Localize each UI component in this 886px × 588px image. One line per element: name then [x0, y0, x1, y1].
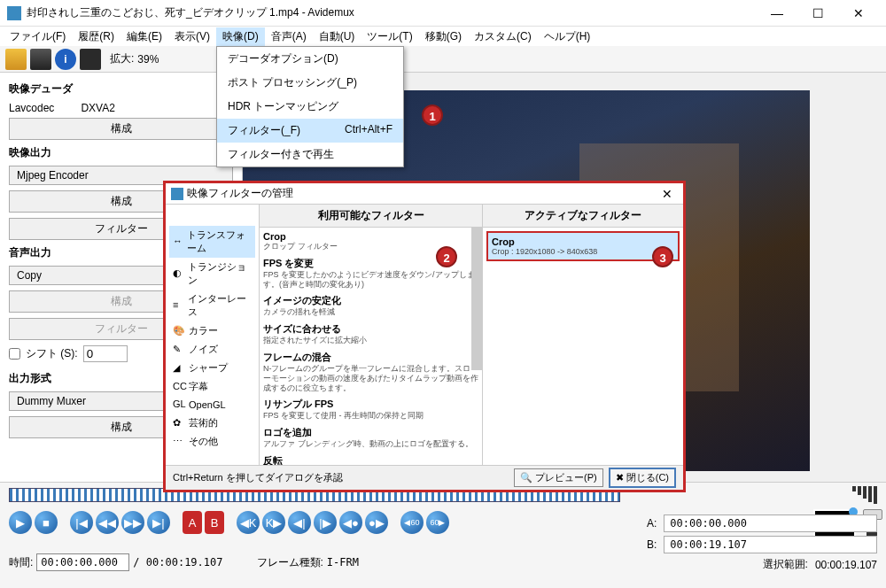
- dropdown-item-1[interactable]: ポスト プロセッシング(_P): [217, 71, 403, 95]
- menu-2[interactable]: 編集(E): [120, 27, 168, 46]
- filter-active-column: アクティブなフィルター Crop Crop : 1920x1080 -> 840…: [483, 205, 683, 465]
- filter-cat-6[interactable]: CC字幕: [169, 377, 255, 396]
- prev-cut-button[interactable]: ◀|: [288, 511, 311, 534]
- next-cut-button[interactable]: |▶: [314, 511, 337, 534]
- play-button[interactable]: ▶: [9, 511, 32, 534]
- dropdown-item-4[interactable]: フィルター付きで再生: [217, 143, 403, 166]
- callout-3: 3: [652, 246, 673, 267]
- filter-cat-4[interactable]: ✎ノイズ: [169, 340, 255, 359]
- shift-label: シフト (S):: [26, 346, 78, 361]
- time-input[interactable]: [36, 553, 129, 571]
- filter-cat-1[interactable]: ◐トランジション: [169, 258, 255, 290]
- shift-input[interactable]: [83, 345, 128, 362]
- cat-icon: ↔: [173, 236, 183, 248]
- decoder-hw: DXVA2: [81, 102, 114, 114]
- goto-end-button[interactable]: ▶|: [147, 511, 170, 534]
- menu-5[interactable]: 音声(A): [265, 27, 313, 46]
- decoder-codec: Lavcodec: [9, 102, 54, 114]
- zoom-value: 39%: [137, 53, 159, 66]
- mark-b-button[interactable]: B: [205, 511, 224, 534]
- filter-manager-dialog: 映像フィルターの管理 ✕ ↔トランスフォーム◐トランジション≡インターレース🎨カ…: [163, 181, 686, 492]
- menu-7[interactable]: ツール(T): [361, 27, 418, 46]
- cat-icon: ✿: [173, 417, 185, 429]
- cat-icon: GL: [173, 398, 185, 411]
- close-button[interactable]: ✕: [838, 0, 879, 27]
- next-frame-button[interactable]: ▶▶: [121, 511, 144, 534]
- time-label: 時間:: [9, 555, 33, 570]
- menu-10[interactable]: ヘルプ(H): [538, 27, 597, 46]
- info-icon[interactable]: i: [55, 49, 76, 70]
- filter-preview-button[interactable]: 🔍 プレビュー(P): [514, 468, 603, 487]
- save-icon[interactable]: [30, 49, 51, 70]
- frame-type-label: フレーム種類:: [257, 555, 323, 570]
- cat-icon: 🎨: [173, 325, 185, 337]
- next-black-button[interactable]: ●▶: [365, 511, 388, 534]
- avail-filter-5[interactable]: リサンプル FPSFPS を変更して使用 - 再生時間の保持と同期: [263, 398, 478, 421]
- b-value: 00:00:19.107: [664, 536, 877, 553]
- cat-icon: ✎: [173, 344, 185, 356]
- open-icon[interactable]: [5, 49, 27, 70]
- avail-filter-2[interactable]: イメージの安定化カメラの揺れを軽減: [263, 294, 478, 317]
- avail-filter-7[interactable]: 反転イメージを上下/左右に反転: [263, 454, 478, 465]
- video-out-title: 映像出力: [9, 145, 233, 160]
- filter-dialog-title: 映像フィルターの管理: [187, 186, 293, 201]
- dropdown-item-2[interactable]: HDR トーンマッピング: [217, 95, 403, 119]
- prev-black-button[interactable]: ◀●: [339, 511, 362, 534]
- decoder-info: Lavcodec DXVA2: [9, 102, 233, 114]
- video-menu-dropdown: デコーダオプション(D)ポスト プロセッシング(_P)HDR トーンマッピングフ…: [216, 46, 404, 167]
- goto-start-button[interactable]: |◀: [70, 511, 93, 534]
- filter-close-button[interactable]: ✖ 閉じる(C): [609, 468, 676, 488]
- volume-meter: [656, 486, 877, 504]
- calculator-icon[interactable]: [80, 49, 101, 70]
- filter-cat-3[interactable]: 🎨カラー: [169, 321, 255, 340]
- decoder-title: 映像デューダ: [9, 81, 233, 97]
- active-filter-item[interactable]: Crop Crop : 1920x1080 -> 840x638: [486, 231, 680, 261]
- back-60s-button[interactable]: ◀60: [400, 511, 424, 534]
- shift-checkbox[interactable]: [9, 348, 20, 360]
- filter-cat-0[interactable]: ↔トランスフォーム: [169, 226, 255, 258]
- active-filter-title: Crop: [492, 236, 674, 247]
- menu-6[interactable]: 自動(U): [313, 27, 361, 46]
- frame-type-value: I-FRM: [327, 556, 359, 569]
- maximize-button[interactable]: ☐: [797, 0, 838, 27]
- prev-keyframe-button[interactable]: ◀K: [237, 511, 260, 534]
- sel-label: 選択範囲:: [763, 557, 808, 572]
- prev-frame-button[interactable]: ◀◀: [96, 511, 119, 534]
- a-value: 00:00:00.000: [664, 514, 877, 532]
- cat-icon: ≡: [173, 299, 184, 312]
- stop-button[interactable]: ■: [35, 511, 58, 534]
- filter-dialog-titlebar: 映像フィルターの管理 ✕: [166, 183, 683, 205]
- filter-cat-5[interactable]: ◢シャープ: [169, 359, 255, 377]
- avail-filter-4[interactable]: フレームの混合N-フレームのグループを単一フレームに混合します。スローモーション…: [263, 351, 478, 392]
- cat-icon: ⋯: [173, 436, 185, 448]
- menu-8[interactable]: 移動(G): [419, 27, 468, 46]
- fwd-60s-button[interactable]: 60▶: [426, 511, 449, 534]
- avail-header: 利用可能なフィルター: [260, 205, 482, 228]
- app-icon: [7, 6, 21, 20]
- filter-cat-7[interactable]: GLOpenGL: [169, 396, 255, 414]
- menubar: ファイル(F)履歴(R)編集(E)表示(V)映像(D)音声(A)自動(U)ツール…: [0, 27, 886, 46]
- filter-cat-2[interactable]: ≡インターレース: [169, 290, 255, 321]
- avail-filter-6[interactable]: ロゴを追加アルファ ブレンディング時、動画の上にロゴを配置する。: [263, 426, 478, 449]
- menu-9[interactable]: カスタム(C): [468, 27, 538, 46]
- dropdown-item-0[interactable]: デコーダオプション(D): [217, 47, 403, 71]
- menu-0[interactable]: ファイル(F): [4, 27, 72, 46]
- zoom-label: 拡大:: [110, 51, 134, 66]
- menu-4[interactable]: 映像(D): [216, 27, 265, 46]
- scrollbar-thumb[interactable]: [471, 228, 482, 370]
- filter-cat-9[interactable]: ⋯その他: [169, 432, 255, 451]
- minimize-button[interactable]: —: [757, 0, 797, 27]
- dropdown-item-3[interactable]: フィルター(_F)Ctrl+Alt+F: [217, 119, 403, 143]
- next-keyframe-button[interactable]: K▶: [262, 511, 285, 534]
- menu-1[interactable]: 履歴(R): [72, 27, 120, 46]
- avail-filter-3[interactable]: サイズに合わせる指定されたサイズに拡大縮小: [263, 322, 478, 345]
- filter-cat-8[interactable]: ✿芸術的: [169, 414, 255, 432]
- menu-3[interactable]: 表示(V): [168, 27, 216, 46]
- mark-a-button[interactable]: A: [183, 511, 202, 534]
- decoder-configure-button[interactable]: 構成: [9, 118, 233, 140]
- active-header: アクティブなフィルター: [483, 205, 683, 228]
- filter-dialog-close-button[interactable]: ✕: [657, 187, 678, 201]
- ab-panel: A:00:00:00.000 B:00:00:19.107 選択範囲:00:00…: [647, 514, 877, 576]
- filter-dialog-icon: [171, 188, 183, 200]
- callout-2: 2: [436, 246, 457, 267]
